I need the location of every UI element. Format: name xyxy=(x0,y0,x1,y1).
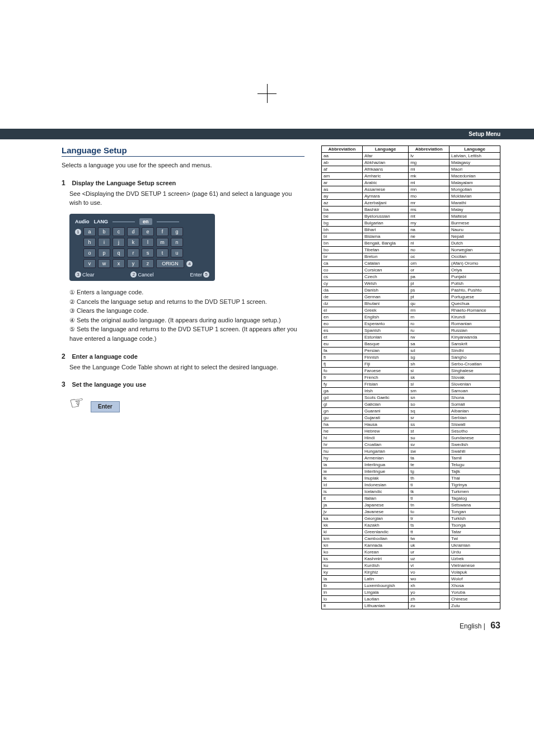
cell-lang: Gujarati xyxy=(362,415,408,421)
cell-abbr: kn xyxy=(322,542,363,549)
osd-key-x[interactable]: x xyxy=(113,259,125,268)
osd-key-d[interactable]: d xyxy=(127,227,139,236)
cell-lang: Icelandic xyxy=(362,489,408,495)
cell-lang: English xyxy=(362,314,408,321)
step-1: 1 Display the Language Setup screen See … xyxy=(62,177,305,207)
table-row: fyFrisianslSlovenian xyxy=(322,381,500,388)
marker-4-icon: 4 xyxy=(186,261,193,267)
cell-lang: Corsican xyxy=(362,267,408,274)
osd-key-g[interactable]: g xyxy=(171,227,183,236)
cell-abbr: co xyxy=(322,267,363,274)
osd-key-o[interactable]: o xyxy=(83,248,96,257)
osd-key-m[interactable]: m xyxy=(156,238,168,247)
osd-key-y[interactable]: y xyxy=(127,259,139,268)
osd-key-c[interactable]: c xyxy=(113,227,125,236)
table-row: brBretonocOccitan xyxy=(322,253,500,260)
table-row: kuKurdishviVietnamese xyxy=(322,562,500,569)
table-row: heHebrewstSesotho xyxy=(322,428,500,435)
cell-lang: Indonesian xyxy=(362,482,408,489)
osd-key-w[interactable]: w xyxy=(98,259,110,268)
osd-key-t[interactable]: t xyxy=(156,248,168,257)
cell-lang: Inupiak xyxy=(362,475,408,482)
table-row: haHausassSiswati xyxy=(322,421,500,428)
cell-lang: Javanese xyxy=(362,509,408,515)
footer-page-number: 63 xyxy=(490,621,500,630)
osd-key-e[interactable]: e xyxy=(142,227,154,236)
osd-key-a[interactable]: a xyxy=(83,227,96,236)
cell-lang: Pashto, Pushto xyxy=(449,287,500,294)
cell-abbr: ky xyxy=(322,569,363,576)
cell-lang: Afar xyxy=(362,153,408,159)
cell-abbr: dz xyxy=(322,300,363,307)
table-row: idIndonesiantiTigrinya xyxy=(322,482,500,489)
cell-abbr: mk xyxy=(409,173,449,180)
osd-key-b[interactable]: b xyxy=(98,227,110,236)
osd-key-n[interactable]: n xyxy=(171,238,183,247)
cell-lang: Bengali, Bangla xyxy=(362,240,408,247)
cell-abbr: hi xyxy=(322,435,363,442)
cell-abbr: rn xyxy=(409,314,449,321)
cell-abbr: hu xyxy=(322,448,363,455)
cell-lang: Kinyarwanda xyxy=(449,334,500,341)
osd-key-f[interactable]: f xyxy=(156,227,168,236)
osd-en-badge: en xyxy=(139,218,152,225)
cell-abbr: lt xyxy=(322,603,363,609)
cell-abbr: id xyxy=(322,482,363,489)
cell-abbr: mg xyxy=(409,159,449,166)
cell-lang: Wolof xyxy=(449,576,500,583)
cell-abbr: ur xyxy=(409,549,449,556)
osd-key-j[interactable]: j xyxy=(113,238,125,247)
osd-enter[interactable]: Enter 5 xyxy=(190,271,209,278)
enter-button[interactable]: Enter xyxy=(91,401,120,412)
cell-abbr: ca xyxy=(322,260,363,267)
table-row: fjFijishSerbo-Croatian xyxy=(322,361,500,368)
legend-list: ① Enters a language code.② Cancels the l… xyxy=(69,288,305,343)
cell-lang: Interlingue xyxy=(362,468,408,475)
table-row: afAfrikaansmiMaori xyxy=(322,166,500,173)
cell-lang: Japanese xyxy=(362,502,408,509)
cell-abbr: pt xyxy=(409,294,449,300)
cell-abbr: el xyxy=(322,307,363,314)
table-row: bgBulgarianmyBurmese xyxy=(322,220,500,227)
cell-abbr: su xyxy=(409,435,449,442)
table-row: glGaliciansoSomali xyxy=(322,401,500,408)
osd-key-i[interactable]: i xyxy=(98,238,110,247)
osd-title-audio: Audio xyxy=(75,219,90,224)
table-row: klGreenlandicttTatar xyxy=(322,529,500,536)
table-row: kkKazakhtsTsonga xyxy=(322,522,500,529)
cell-lang: Sesotho xyxy=(449,428,500,435)
cell-abbr: am xyxy=(322,173,363,180)
cell-abbr: en xyxy=(322,314,363,321)
table-row: ayAymaramoMoldavian xyxy=(322,193,500,200)
osd-key-v[interactable]: v xyxy=(83,259,96,268)
cell-abbr: uk xyxy=(409,542,449,549)
cell-lang: Dutch xyxy=(449,240,500,247)
osd-key-s[interactable]: s xyxy=(142,248,154,257)
osd-key-h[interactable]: h xyxy=(83,238,96,247)
osd-key-z[interactable]: z xyxy=(142,259,154,268)
cell-abbr: ja xyxy=(322,502,363,509)
cell-abbr: sd xyxy=(409,348,449,354)
header-band: Setup Menu xyxy=(0,129,534,139)
cell-lang: Mongolian xyxy=(449,186,500,193)
cell-abbr: ie xyxy=(322,468,363,475)
cell-lang: Romanian xyxy=(449,321,500,327)
cell-abbr: ml xyxy=(409,180,449,186)
osd-key-ORIGN[interactable]: ORIGN xyxy=(156,259,184,268)
cell-lang: Byelorussian xyxy=(362,213,408,220)
table-row: csCzechpaPunjabi xyxy=(322,274,500,280)
osd-key-p[interactable]: p xyxy=(98,248,110,257)
osd-key-u[interactable]: u xyxy=(171,248,183,257)
cell-abbr: sq xyxy=(409,408,449,415)
cell-abbr: ps xyxy=(409,287,449,294)
cell-lang: Bhutani xyxy=(362,300,408,307)
osd-key-r[interactable]: r xyxy=(127,248,139,257)
osd-key-k[interactable]: k xyxy=(127,238,139,247)
osd-key-l[interactable]: l xyxy=(142,238,154,247)
osd-key-q[interactable]: q xyxy=(113,248,125,257)
cell-lang: Tibetan xyxy=(362,247,408,253)
osd-cancel[interactable]: 2 Cancel xyxy=(130,271,153,278)
step-number: 3 xyxy=(62,381,69,388)
cell-abbr: kl xyxy=(322,529,363,536)
osd-clear[interactable]: 3 Clear xyxy=(75,271,95,278)
